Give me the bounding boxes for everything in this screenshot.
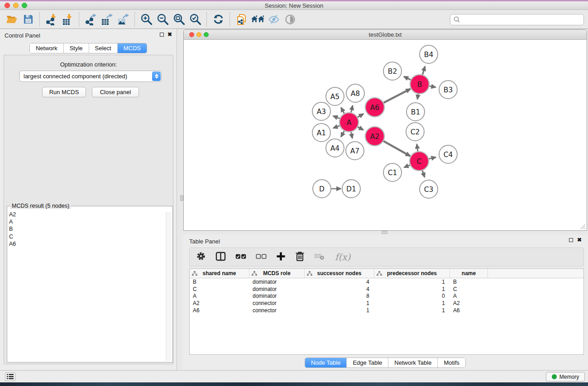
edge-B-B3[interactable] xyxy=(430,86,436,87)
refresh-view-button[interactable] xyxy=(210,11,226,28)
table-row[interactable]: A6connector11A6 xyxy=(190,307,583,314)
network-horizontal-scrollbar[interactable] xyxy=(382,231,387,234)
edge-A-A5[interactable] xyxy=(341,108,344,114)
memory-button[interactable]: Memory xyxy=(546,372,585,381)
close-panel-icon[interactable]: ✖ xyxy=(167,31,172,38)
column-header-name[interactable]: name xyxy=(450,269,488,278)
edge-C-C2[interactable] xyxy=(417,144,418,151)
graph-node-A7[interactable]: A7 xyxy=(346,142,364,160)
add-column-button[interactable] xyxy=(276,252,286,263)
import-table-button[interactable] xyxy=(59,11,76,28)
graph-node-C[interactable]: C xyxy=(410,152,429,171)
zoom-fit-button[interactable] xyxy=(171,11,187,28)
mcds-result-item[interactable]: A6 xyxy=(9,240,163,248)
edge-B-B1[interactable] xyxy=(417,94,418,100)
graph-node-A1[interactable]: A1 xyxy=(312,124,330,142)
graph-node-C4[interactable]: C4 xyxy=(439,145,457,163)
open-file-button[interactable] xyxy=(4,11,20,28)
graph-node-C1[interactable]: C1 xyxy=(383,163,402,181)
table-row[interactable]: Adominator80A xyxy=(190,293,583,300)
edge-C-C3[interactable] xyxy=(422,171,425,177)
tab-mcds[interactable]: MCDS xyxy=(118,43,147,53)
zoom-out-button[interactable] xyxy=(154,11,171,28)
delete-table-button[interactable] xyxy=(314,252,325,262)
export-image-button[interactable] xyxy=(115,11,131,28)
graph-node-B3[interactable]: B3 xyxy=(439,81,457,99)
close-panel-button[interactable]: Close panel xyxy=(92,87,139,97)
search-input[interactable] xyxy=(461,16,583,23)
mcds-result-item[interactable]: B xyxy=(9,225,163,233)
optimization-criterion-select[interactable]: largest connected component (directed) xyxy=(19,71,162,82)
edge-A-A3[interactable] xyxy=(333,116,339,119)
save-session-button[interactable] xyxy=(20,11,36,28)
float-table-panel-icon[interactable] xyxy=(569,238,573,242)
graph-node-A5[interactable]: A5 xyxy=(326,87,344,105)
edge-A-A8[interactable] xyxy=(351,105,353,112)
graph-node-A[interactable]: A xyxy=(339,113,359,132)
graph-node-D1[interactable]: D1 xyxy=(342,180,360,198)
export-network-button[interactable] xyxy=(82,11,99,28)
network-vertical-scrollbar[interactable] xyxy=(180,195,183,201)
edge-A-A2[interactable] xyxy=(358,127,363,130)
delete-columns-button[interactable] xyxy=(295,251,305,263)
column-header-shared-name[interactable]: shared name xyxy=(190,269,249,278)
search-field[interactable] xyxy=(450,14,584,25)
graph-node-B4[interactable]: B4 xyxy=(420,45,438,63)
graph-node-A8[interactable]: A8 xyxy=(346,84,364,102)
graph-node-B2[interactable]: B2 xyxy=(383,62,402,80)
graph-node-A6[interactable]: A6 xyxy=(365,98,384,117)
graph-node-A4[interactable]: A4 xyxy=(326,139,344,157)
graph-node-B[interactable]: B xyxy=(410,75,429,94)
edge-C-C1[interactable] xyxy=(404,165,410,167)
column-header-predecessor-nodes[interactable]: predecessor nodes xyxy=(374,269,450,278)
copy-network-button[interactable] xyxy=(233,11,249,28)
column-header-MCDS-role[interactable]: MCDS role xyxy=(249,269,305,278)
function-builder-button[interactable]: f(x) xyxy=(335,252,350,262)
edge-A-A6[interactable] xyxy=(358,114,363,117)
show-graphics-button[interactable] xyxy=(282,11,298,28)
graph-node-C2[interactable]: C2 xyxy=(406,123,424,141)
edge-A6-B[interactable] xyxy=(384,89,411,103)
tab-style[interactable]: Style xyxy=(64,43,89,53)
table-tab-node-table[interactable]: Node Table xyxy=(305,358,347,367)
edge-A-A7[interactable] xyxy=(351,132,352,138)
mcds-result-item[interactable]: A2 xyxy=(9,211,163,218)
table-settings-button[interactable] xyxy=(196,251,206,263)
mcds-result-item[interactable]: C xyxy=(9,233,163,240)
table-row[interactable]: Cdominator41C xyxy=(190,286,583,293)
edge-B-B4[interactable] xyxy=(422,67,425,75)
table-row[interactable]: A2connector11A2 xyxy=(190,300,583,307)
graph-node-B1[interactable]: B1 xyxy=(406,103,425,121)
import-network-button[interactable] xyxy=(43,11,59,28)
task-history-button[interactable] xyxy=(5,372,15,381)
float-panel-icon[interactable] xyxy=(160,33,164,37)
graph-node-D[interactable]: D xyxy=(313,180,331,198)
close-table-panel-icon[interactable]: ✖ xyxy=(577,237,582,243)
resize-grip[interactable] xyxy=(580,224,586,229)
edge-A-A4[interactable] xyxy=(341,131,344,137)
zoom-in-button[interactable] xyxy=(138,11,154,28)
select-all-columns-button[interactable] xyxy=(235,253,246,261)
mcds-result-scrollbar[interactable] xyxy=(166,212,172,361)
graph-node-C3[interactable]: C3 xyxy=(420,180,438,198)
hide-details-button[interactable] xyxy=(266,11,282,28)
split-view-button[interactable] xyxy=(215,252,226,263)
run-mcds-button[interactable]: Run MCDS xyxy=(42,87,86,97)
mcds-result-item[interactable]: A xyxy=(9,218,163,225)
edge-C-C4[interactable] xyxy=(429,157,435,159)
graph-node-A3[interactable]: A3 xyxy=(312,102,330,120)
edge-A-A1[interactable] xyxy=(333,126,339,128)
table-tab-motifs[interactable]: Motifs xyxy=(438,358,465,367)
graph-node-A2[interactable]: A2 xyxy=(365,127,384,146)
table-row[interactable]: Bdominator41B xyxy=(190,278,583,286)
home-layout-button[interactable] xyxy=(249,11,266,28)
tab-network[interactable]: Network xyxy=(30,43,64,53)
tab-select[interactable]: Select xyxy=(89,43,118,53)
table-tab-edge-table[interactable]: Edge Table xyxy=(347,358,388,367)
table-tab-network-table[interactable]: Network Table xyxy=(388,358,438,367)
unselect-all-columns-button[interactable] xyxy=(256,253,267,261)
edge-A2-C[interactable] xyxy=(383,141,410,156)
network-graph-canvas[interactable]: B4B2BB3A8A5A6A3B1AC2A1A2A4A7C4CC1DD1C3 xyxy=(184,40,587,230)
edge-B-B2[interactable] xyxy=(404,76,411,80)
export-table-button[interactable] xyxy=(99,11,115,28)
